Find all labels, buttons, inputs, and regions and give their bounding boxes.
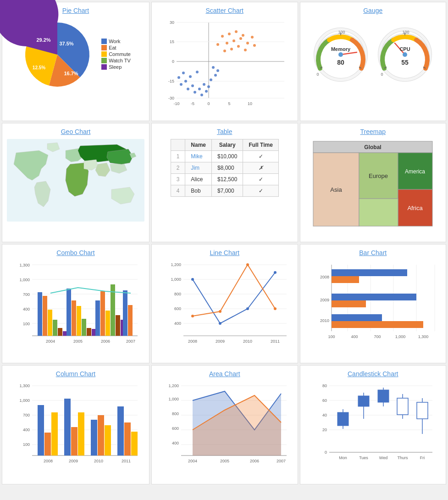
- cpu-gauge: CPU 0 100 55: [377, 27, 432, 82]
- svg-text:700: 700: [374, 334, 381, 339]
- gauge-chart-title[interactable]: Gauge: [363, 7, 382, 14]
- svg-text:400: 400: [23, 307, 30, 311]
- svg-text:0: 0: [207, 101, 210, 106]
- svg-text:1,300: 1,300: [19, 263, 30, 267]
- svg-text:Memory: Memory: [331, 46, 351, 52]
- svg-text:100: 100: [23, 442, 30, 447]
- svg-rect-159: [332, 269, 407, 276]
- svg-point-35: [196, 71, 199, 73]
- svg-text:20: 20: [322, 428, 327, 432]
- gauges-container: Memory 0 100 80 CPU 0: [313, 27, 432, 82]
- svg-text:1,000: 1,000: [171, 277, 181, 282]
- svg-text:1,200: 1,200: [171, 262, 181, 267]
- table-chart-title[interactable]: Table: [217, 128, 232, 135]
- line-chart-title[interactable]: Line Chart: [210, 249, 239, 256]
- combo-chart-cell: Combo Chart 1,300 1,000 700 400 100 2004…: [2, 244, 149, 363]
- svg-text:2011: 2011: [122, 459, 131, 463]
- svg-text:1,300: 1,300: [418, 334, 429, 339]
- candlestick-chart-cell: Candlestick Chart 80 60 40 20 0: [300, 365, 447, 484]
- svg-point-137: [191, 278, 194, 281]
- pie-chart-title[interactable]: Pie Chart: [62, 7, 89, 14]
- svg-text:800: 800: [172, 411, 179, 416]
- svg-rect-222: [358, 396, 369, 406]
- scatter-chart-svg: 30 15 0 -15 -30 -10 -5 0 5 10: [163, 18, 287, 114]
- svg-text:0: 0: [381, 72, 383, 77]
- svg-point-46: [210, 78, 212, 81]
- svg-text:2010: 2010: [94, 459, 103, 463]
- candlestick-svg: 80 60 40 20 0: [306, 381, 439, 478]
- svg-point-28: [237, 45, 240, 48]
- geo-chart-cell: Geo Chart: [2, 123, 149, 242]
- svg-text:29.2%: 29.2%: [37, 37, 51, 43]
- svg-text:0: 0: [172, 59, 174, 64]
- svg-rect-110: [77, 306, 81, 336]
- svg-point-52: [216, 69, 219, 72]
- svg-text:100: 100: [403, 30, 409, 34]
- svg-point-43: [182, 72, 185, 74]
- svg-text:2006: 2006: [101, 339, 110, 344]
- svg-rect-191: [131, 432, 138, 456]
- svg-text:2004: 2004: [46, 339, 55, 344]
- svg-text:700: 700: [23, 292, 30, 297]
- svg-text:2010: 2010: [243, 339, 252, 344]
- svg-text:600: 600: [172, 426, 179, 431]
- svg-text:-5: -5: [191, 101, 194, 106]
- svg-text:2006: 2006: [250, 459, 259, 463]
- svg-rect-103: [43, 296, 47, 336]
- svg-point-45: [205, 90, 208, 93]
- geo-chart-title[interactable]: Geo Chart: [61, 128, 91, 135]
- svg-point-49: [212, 66, 215, 69]
- svg-rect-116: [105, 311, 110, 336]
- table-row: 1 Mike $10,000 ✓: [171, 151, 278, 162]
- svg-rect-120: [123, 290, 127, 336]
- svg-text:15: 15: [170, 39, 174, 44]
- treemap-chart-title[interactable]: Treemap: [360, 128, 386, 135]
- table-row: 2 Jim $8,000 ✗: [171, 162, 278, 174]
- svg-rect-104: [48, 310, 52, 336]
- svg-text:60: 60: [322, 398, 327, 403]
- svg-point-23: [232, 39, 235, 42]
- svg-rect-182: [51, 412, 58, 456]
- svg-point-27: [246, 42, 249, 44]
- column-chart-title[interactable]: Column Chart: [56, 370, 95, 378]
- area-chart-title[interactable]: Area Chart: [209, 370, 240, 378]
- bar-chart-title[interactable]: Bar Chart: [359, 249, 387, 256]
- svg-point-30: [216, 43, 219, 46]
- combo-chart-title[interactable]: Combo Chart: [56, 249, 94, 256]
- svg-text:100: 100: [23, 322, 30, 326]
- col-header-fulltime: Full Time: [243, 139, 278, 151]
- pie-chart-cell: Pie Chart 37.5% 16.7% 12.5% 29.2% W: [2, 2, 149, 121]
- table-row: 3 Alice $12,500 ✓: [171, 174, 278, 185]
- svg-rect-106: [58, 328, 62, 336]
- svg-text:2005: 2005: [73, 339, 83, 344]
- table-row: 4 Bob $7,000 ✓: [171, 185, 278, 197]
- svg-text:1,000: 1,000: [395, 334, 406, 339]
- svg-point-142: [219, 310, 221, 313]
- svg-rect-114: [95, 300, 100, 336]
- svg-rect-226: [397, 398, 408, 415]
- svg-rect-86: [359, 199, 398, 226]
- scatter-chart-title[interactable]: Scatter Chart: [206, 7, 243, 14]
- geo-chart-svg: [7, 139, 144, 222]
- svg-text:2008: 2008: [188, 339, 197, 344]
- svg-point-42: [187, 88, 189, 90]
- svg-point-31: [223, 50, 226, 52]
- memory-gauge: Memory 0 100 80: [313, 27, 368, 82]
- svg-text:1,200: 1,200: [168, 383, 179, 388]
- svg-text:1,000: 1,000: [168, 397, 179, 401]
- svg-text:80: 80: [322, 383, 327, 388]
- svg-rect-105: [53, 320, 57, 336]
- svg-rect-102: [38, 292, 42, 336]
- col-header-num: [171, 139, 185, 151]
- svg-rect-109: [72, 300, 76, 336]
- area-chart-svg: 1,200 1,000 800 600 400 2004 2005 2006 2…: [158, 381, 291, 473]
- svg-text:400: 400: [23, 428, 30, 432]
- svg-text:400: 400: [351, 334, 358, 339]
- svg-rect-161: [332, 294, 416, 300]
- svg-text:2009: 2009: [216, 339, 225, 344]
- treemap-svg: Global Asia Europe America Africa: [311, 139, 435, 228]
- candlestick-chart-title[interactable]: Candlestick Chart: [348, 370, 398, 378]
- svg-rect-162: [332, 300, 366, 307]
- svg-text:2007: 2007: [277, 459, 286, 463]
- svg-text:800: 800: [174, 292, 181, 296]
